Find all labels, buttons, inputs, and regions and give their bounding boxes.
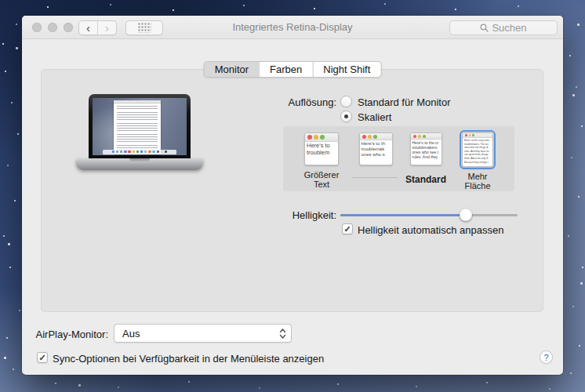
brightness-label: Helligkeit: [211, 209, 336, 221]
desktop-background: ‹ › Integriertes Retina-Display Suchen M… [0, 0, 585, 392]
airplay-selected-value: Aus [122, 328, 140, 339]
show-all-button[interactable] [125, 20, 163, 35]
sync-options-checkbox[interactable]: ✓ [37, 352, 48, 363]
resolution-preview-thumbnail: Here's to th troublemak ones who s [359, 132, 393, 165]
brightness-slider[interactable] [340, 209, 518, 221]
scaled-option-more-space[interactable]: Here's to the crazy ones troublemakers. … [449, 130, 507, 191]
tab-bar: Monitor Farben Night Shift [204, 61, 382, 78]
mini-close-icon [307, 135, 312, 140]
nav-button-group: ‹ › [78, 20, 117, 35]
tab-night-shift[interactable]: Night Shift [312, 62, 380, 77]
scaled-options-strip: Here's to troublem Größerer Text Here's … [283, 126, 514, 191]
auto-brightness-label: Helligkeit automatisch anpassen [358, 224, 503, 236]
resolution-preview-thumbnail: Here's to troublem [304, 132, 339, 165]
window-titlebar: ‹ › Integriertes Retina-Display Suchen [22, 16, 563, 39]
tab-monitor[interactable]: Monitor [205, 62, 259, 77]
radio-scaled-resolution[interactable] [340, 111, 352, 122]
select-chevrons-icon [279, 328, 286, 339]
sync-options-label: Sync-Optionen bei Verfügbarkeit in der M… [53, 353, 324, 365]
radio-standard-resolution[interactable] [340, 96, 352, 107]
search-input[interactable]: Suchen [449, 20, 558, 35]
monitor-tab-panel: Auflösung: Standard für Monitor Skaliert… [41, 69, 543, 312]
scaled-option-2[interactable]: Here's to th troublemak ones who s [347, 130, 405, 168]
mini-zoom-icon [320, 135, 325, 140]
stars-bright [0, 0, 2, 2]
system-preferences-window: ‹ › Integriertes Retina-Display Suchen M… [22, 16, 563, 375]
checkmark-icon: ✓ [343, 225, 351, 234]
checkmark-icon: ✓ [38, 354, 45, 362]
scaled-option-larger-text[interactable]: Here's to troublem Größerer Text [292, 130, 351, 189]
radio-scaled-label: Skaliert [358, 111, 391, 123]
scaled-option-standard[interactable]: Here's to the cr troublemakers. ones who… [397, 130, 455, 184]
mini-minimize-icon [314, 135, 318, 140]
tab-farben[interactable]: Farben [259, 62, 312, 77]
search-placeholder: Suchen [492, 22, 526, 34]
laptop-document-window [114, 100, 161, 154]
airplay-select[interactable]: Aus [114, 324, 292, 343]
search-icon [480, 24, 489, 32]
grid-icon [137, 22, 151, 33]
zoom-button[interactable] [64, 23, 73, 32]
label-divider-line [352, 177, 398, 178]
laptop-illustration [89, 94, 191, 158]
auto-brightness-checkbox[interactable]: ✓ [342, 223, 353, 234]
scaled-option-label: Standard [397, 175, 455, 184]
laptop-screen [93, 98, 187, 155]
airplay-label: AirPlay-Monitor: [22, 328, 108, 340]
laptop-dock [103, 150, 176, 154]
minimize-button[interactable] [48, 23, 57, 32]
radio-standard-label: Standard für Monitor [358, 96, 451, 108]
help-button[interactable]: ? [540, 350, 553, 364]
back-button[interactable]: ‹ [79, 21, 98, 34]
brightness-slider-fill [340, 214, 466, 216]
resolution-preview-thumbnail: Here's to the cr troublemakers. ones who… [410, 132, 442, 165]
slider-thumb[interactable] [460, 209, 472, 221]
laptop-bezel [89, 94, 191, 158]
laptop-base [76, 158, 203, 170]
selection-ring: Here's to the crazy ones troublemakers. … [460, 130, 496, 169]
scaled-option-label: Mehr Fläche [449, 172, 507, 191]
resolution-label: Auflösung: [211, 96, 336, 108]
scaled-option-label: Größerer Text [292, 170, 351, 189]
resolution-preview-thumbnail: Here's to the crazy ones troublemakers. … [462, 132, 493, 167]
close-button[interactable] [32, 23, 42, 32]
forward-button[interactable]: › [98, 21, 116, 34]
